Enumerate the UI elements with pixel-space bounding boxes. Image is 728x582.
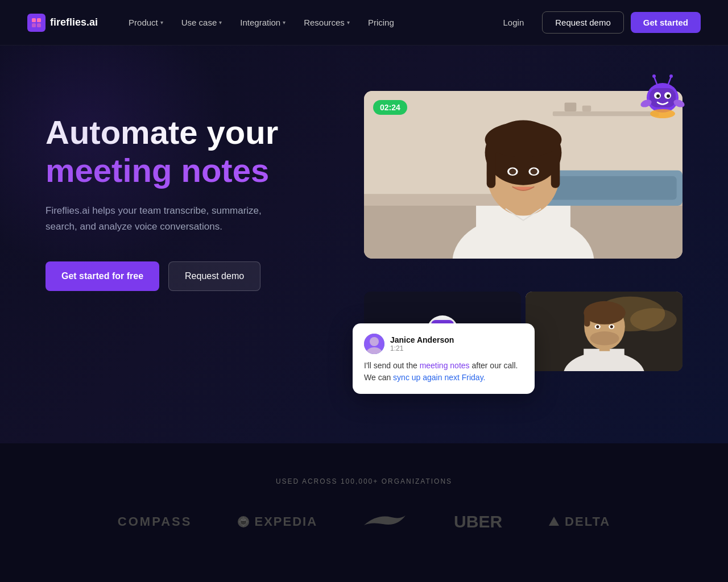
svg-line-7 (668, 77, 671, 84)
request-demo-hero-button[interactable]: Request demo (168, 261, 260, 291)
svg-rect-24 (547, 176, 676, 199)
nike-logo (363, 508, 408, 535)
nav-pricing[interactable]: Pricing (360, 13, 402, 32)
chat-header: Janice Anderson 1:21 (364, 334, 523, 354)
brand-name: fireflies.ai (50, 16, 98, 28)
svg-rect-22 (582, 106, 592, 111)
svg-rect-50 (584, 349, 624, 371)
svg-line-5 (654, 77, 657, 84)
svg-rect-1 (32, 18, 36, 22)
brand-logos: COMPASS Expedia Uber D (46, 508, 682, 535)
video-main: 02:24 (364, 91, 682, 259)
svg-rect-55 (598, 307, 611, 314)
svg-point-37 (530, 169, 537, 174)
svg-rect-4 (37, 23, 41, 27)
nav-integration[interactable]: Integration ▾ (232, 13, 293, 32)
chat-author-info: Janice Anderson 1:21 (390, 335, 454, 352)
svg-point-14 (667, 94, 670, 98)
timer-badge: 02:24 (373, 100, 407, 115)
request-demo-button[interactable]: Request demo (542, 11, 624, 34)
trusted-label: USED ACROSS 100,000+ ORGANIZATIONS (46, 477, 682, 485)
svg-point-13 (656, 94, 660, 98)
chat-bubble: Janice Anderson 1:21 I'll send out the m… (353, 323, 535, 394)
hero-title: Automate your meeting notes (46, 114, 341, 189)
chat-author-name: Janice Anderson (390, 335, 454, 344)
nike-swoosh-icon (363, 513, 408, 530)
svg-rect-21 (565, 102, 577, 111)
chat-link-meeting-notes[interactable]: meeting notes (420, 361, 470, 370)
delta-icon (548, 516, 560, 528)
avatar (364, 334, 384, 354)
svg-rect-3 (32, 23, 36, 27)
uber-logo: Uber (454, 512, 502, 531)
svg-point-39 (370, 337, 379, 346)
compass-logo: COMPASS (118, 514, 192, 529)
hero-section: Automate your meeting notes Fireflies.ai… (0, 45, 728, 443)
svg-point-8 (669, 74, 673, 78)
nav-resources[interactable]: Resources ▾ (296, 13, 358, 32)
second-person-video (526, 292, 682, 371)
expedia-logo: Expedia (237, 514, 317, 529)
svg-point-48 (630, 308, 677, 331)
chat-timestamp: 1:21 (390, 344, 454, 352)
svg-marker-63 (549, 517, 559, 526)
chat-message: I'll send out the meeting notes after ou… (364, 360, 523, 384)
svg-point-17 (650, 109, 675, 118)
video-main-container: 02:24 (364, 91, 682, 259)
navbar: fireflies.ai Product ▾ Use case ▾ Integr… (0, 0, 728, 45)
chevron-down-icon: ▾ (283, 19, 286, 26)
hero-content: Automate your meeting notes Fireflies.ai… (46, 91, 341, 291)
hero-visual: 02:24 Janice Anderson 1:21 (364, 91, 682, 371)
svg-point-6 (652, 74, 656, 78)
expedia-icon (237, 516, 250, 528)
trusted-section: USED ACROSS 100,000+ ORGANIZATIONS COMPA… (0, 443, 728, 581)
chat-link-sync[interactable]: sync up again next Friday. (393, 373, 485, 382)
svg-point-59 (596, 325, 599, 328)
hero-subtitle: Fireflies.ai helps your team transcribe,… (46, 203, 284, 234)
nav-actions: Login Request demo Get started (492, 11, 701, 34)
nav-product[interactable]: Product ▾ (121, 13, 171, 32)
login-button[interactable]: Login (492, 12, 536, 33)
robot-mascot (637, 74, 688, 125)
svg-point-35 (509, 169, 516, 174)
svg-rect-0 (27, 14, 46, 32)
get-started-nav-button[interactable]: Get started (631, 12, 701, 33)
svg-point-60 (610, 325, 613, 328)
svg-rect-2 (37, 18, 41, 22)
delta-logo: DELTA (548, 514, 610, 529)
svg-point-56 (590, 331, 619, 346)
chevron-down-icon: ▾ (347, 19, 350, 26)
logo-link[interactable]: fireflies.ai (27, 14, 98, 32)
chevron-down-icon: ▾ (160, 19, 163, 26)
get-started-free-button[interactable]: Get started for free (46, 261, 159, 291)
hero-buttons: Get started for free Request demo (46, 261, 341, 291)
logo-icon (27, 14, 46, 32)
svg-point-33 (485, 122, 562, 157)
chevron-down-icon: ▾ (219, 19, 222, 26)
svg-rect-54 (584, 309, 590, 327)
nav-use-case[interactable]: Use case ▾ (173, 13, 230, 32)
nav-links: Product ▾ Use case ▾ Integration ▾ Resou… (121, 13, 491, 32)
